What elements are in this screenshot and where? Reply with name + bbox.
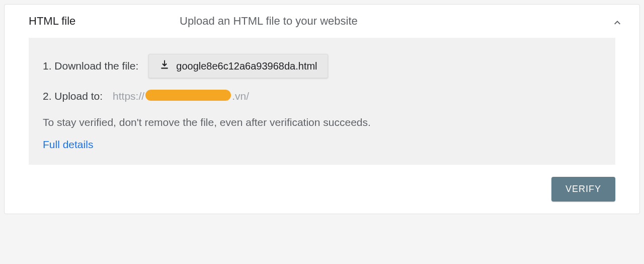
download-icon bbox=[159, 59, 170, 73]
panel-subtitle: Upload an HTML file to your website bbox=[180, 15, 615, 28]
full-details-link[interactable]: Full details bbox=[43, 139, 601, 151]
verify-button[interactable]: VERIFY bbox=[551, 177, 615, 202]
step-1-label: 1. Download the file: bbox=[43, 60, 138, 72]
instructions-box: 1. Download the file: google8e6c12a6a939… bbox=[29, 38, 615, 165]
download-filename: google8e6c12a6a93968da.html bbox=[176, 60, 317, 72]
upload-url-suffix: .vn/ bbox=[232, 90, 249, 102]
panel-header[interactable]: HTML file Upload an HTML file to your we… bbox=[5, 5, 639, 38]
step-1-row: 1. Download the file: google8e6c12a6a939… bbox=[43, 54, 601, 78]
download-file-button[interactable]: google8e6c12a6a93968da.html bbox=[148, 54, 328, 78]
panel-footer: VERIFY bbox=[5, 177, 639, 214]
persistence-hint: To stay verified, don't remove the file,… bbox=[43, 116, 601, 128]
collapse-toggle[interactable] bbox=[611, 17, 623, 31]
upload-url-prefix: https:// bbox=[113, 90, 144, 102]
step-2-row: 2. Upload to: https://.vn/ bbox=[43, 90, 601, 102]
panel-title: HTML file bbox=[29, 15, 180, 28]
chevron-up-icon bbox=[611, 17, 623, 29]
verification-panel: HTML file Upload an HTML file to your we… bbox=[4, 4, 640, 214]
redacted-domain bbox=[145, 90, 231, 101]
step-2-label: 2. Upload to: bbox=[43, 90, 103, 102]
